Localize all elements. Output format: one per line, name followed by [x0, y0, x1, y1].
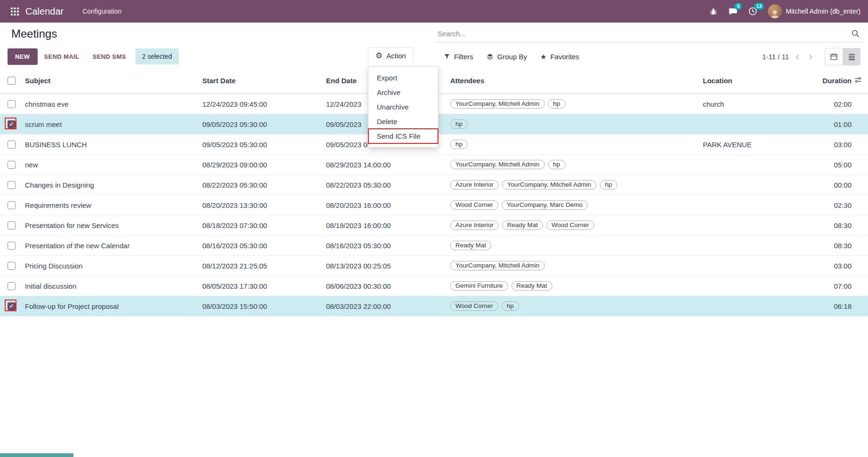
subject-cell: Presentation for new Services	[25, 221, 202, 229]
duration-cell: 06:18	[811, 302, 852, 310]
list-icon	[848, 53, 856, 61]
activities-badge: 13	[754, 3, 764, 10]
user-name: Mitchell Admin (db_enter)	[786, 8, 860, 15]
subject-cell: Pricing Discussion	[25, 262, 202, 270]
attendee-tag: YourCompany, Mitchell Admin	[450, 160, 545, 169]
table-row[interactable]: Pricing Discussion 08/12/2023 21:25:05 0…	[0, 256, 868, 276]
gear-icon: ⚙	[375, 52, 382, 60]
column-header-duration[interactable]: Duration	[811, 77, 852, 85]
search-icon[interactable]	[851, 29, 860, 40]
duration-cell: 00:00	[811, 181, 852, 189]
start-date-cell: 12/24/2023 09:45:00	[202, 100, 326, 108]
column-header-attendees[interactable]: Attendees	[450, 77, 703, 85]
table-row[interactable]: Changes in Designing 08/22/2023 05:30:00…	[0, 175, 868, 195]
list-view-button[interactable]	[843, 48, 860, 65]
debug-bug-icon[interactable]	[709, 7, 718, 16]
table-row[interactable]: new 08/29/2023 09:00:00 08/29/2023 14:00…	[0, 155, 868, 175]
pager-previous-icon[interactable]: ‹	[793, 51, 802, 62]
subject-cell: Requirements review	[25, 201, 202, 209]
subject-cell: christmas eve	[25, 100, 202, 108]
attendee-tag: Azure Interior	[450, 221, 499, 230]
action-menu-item-export[interactable]: Export	[368, 71, 438, 85]
start-date-cell: 08/22/2023 05:30:00	[202, 181, 326, 189]
table-row[interactable]: Follow-up for Project proposal 08/03/202…	[0, 296, 868, 316]
row-checkbox[interactable]	[8, 201, 16, 209]
send-mail-button[interactable]: SEND MAIL	[38, 48, 86, 65]
duration-cell: 03:00	[811, 141, 852, 149]
attendee-tag: hp	[502, 301, 519, 311]
attendee-tag: Wood Corner	[450, 301, 498, 311]
table-row[interactable]: Presentation of the new Calendar 08/16/2…	[0, 236, 868, 256]
row-checkbox[interactable]	[8, 302, 16, 310]
row-checkbox[interactable]	[8, 262, 16, 270]
attendee-tag: YourCompany, Mitchell Admin	[502, 180, 597, 189]
attendee-tag: hp	[450, 140, 468, 149]
attendee-tag: Ready Mat	[511, 281, 552, 291]
messages-icon[interactable]: 5	[728, 7, 738, 16]
start-date-cell: 08/16/2023 05:30:00	[202, 242, 326, 250]
column-header-subject[interactable]: Subject	[25, 77, 202, 85]
end-date-cell: 08/20/2023 16:00:00	[326, 201, 450, 209]
row-checkbox[interactable]	[8, 221, 16, 229]
row-checkbox[interactable]	[8, 161, 16, 169]
app-name[interactable]: Calendar	[25, 6, 64, 17]
attendees-cell: Azure InteriorYourCompany, Mitchell Admi…	[450, 180, 703, 189]
duration-cell: 02:00	[811, 100, 852, 108]
row-checkbox[interactable]	[8, 242, 16, 250]
attendee-tag: YourCompany, Marc Demo	[502, 200, 588, 210]
attendees-cell: Wood CornerYourCompany, Marc Demo	[450, 200, 703, 210]
apps-menu-icon[interactable]	[8, 4, 22, 18]
end-date-cell: 08/18/2023 16:00:00	[326, 221, 450, 229]
menu-configuration[interactable]: Configuration	[78, 4, 126, 18]
search-bar	[435, 25, 864, 42]
control-panel-top: Meetings	[0, 23, 868, 45]
duration-cell: 05:00	[811, 161, 852, 169]
column-header-start-date[interactable]: Start Date	[202, 77, 326, 85]
send-sms-button[interactable]: SEND SMS	[86, 48, 133, 65]
action-menu-item-delete[interactable]: Delete	[368, 114, 438, 129]
attendee-tag: Gemini Furniture	[450, 281, 508, 291]
attendee-tag: YourCompany, Mitchell Admin	[450, 261, 545, 270]
pager-next-icon[interactable]: ›	[806, 51, 815, 62]
action-menu-item-archive[interactable]: Archive	[368, 85, 438, 100]
table-row[interactable]: Initial discussion 08/05/2023 17:30:00 0…	[0, 276, 868, 296]
row-checkbox[interactable]	[8, 282, 16, 290]
subject-cell: Follow-up for Project proposal	[25, 302, 202, 310]
filters-label: Filters	[454, 53, 473, 61]
user-menu[interactable]: Mitchell Admin (db_enter)	[768, 4, 860, 18]
calendar-view-button[interactable]	[825, 48, 843, 65]
duration-cell: 03:00	[811, 262, 852, 270]
search-input[interactable]	[435, 25, 864, 42]
end-date-cell: 08/06/2023 00:30:00	[326, 282, 450, 290]
end-date-cell: 08/03/2023 22:00:00	[326, 302, 450, 310]
user-avatar	[768, 4, 782, 18]
group-by-button[interactable]: Group By	[483, 49, 531, 64]
page-title: Meetings	[11, 27, 57, 40]
calendar-icon	[830, 53, 838, 61]
row-checkbox[interactable]	[8, 120, 16, 128]
new-button[interactable]: NEW	[8, 48, 38, 65]
filters-button[interactable]: Filters	[440, 49, 477, 64]
action-button-label: Action	[386, 52, 406, 60]
end-date-cell: 08/13/2023 00:25:05	[326, 262, 450, 270]
filter-funnel-icon	[444, 53, 450, 60]
action-menu-item-send-ics-file[interactable]: Send ICS File	[368, 129, 438, 143]
end-date-cell: 08/22/2023 05:30:00	[326, 181, 450, 189]
attendee-tag: hp	[548, 160, 565, 169]
row-checkbox[interactable]	[8, 100, 16, 108]
row-checkbox[interactable]	[8, 141, 16, 149]
start-date-cell: 08/03/2023 15:50:00	[202, 302, 326, 310]
view-switcher	[825, 48, 860, 65]
column-header-location[interactable]: Location	[703, 77, 811, 85]
action-menu-button[interactable]: ⚙ Action	[368, 47, 414, 64]
attendees-cell: Wood Cornerhp	[450, 301, 703, 311]
start-date-cell: 08/20/2023 13:30:00	[202, 201, 326, 209]
activities-clock-icon[interactable]: 13	[748, 7, 757, 16]
favorites-button[interactable]: ★ Favorites	[536, 49, 583, 64]
table-row[interactable]: Requirements review 08/20/2023 13:30:00 …	[0, 195, 868, 215]
optional-columns-icon[interactable]	[854, 76, 862, 85]
select-all-checkbox[interactable]	[8, 77, 16, 85]
table-row[interactable]: Presentation for new Services 08/18/2023…	[0, 215, 868, 236]
row-checkbox[interactable]	[8, 181, 16, 189]
action-menu-item-unarchive[interactable]: Unarchive	[368, 100, 438, 114]
